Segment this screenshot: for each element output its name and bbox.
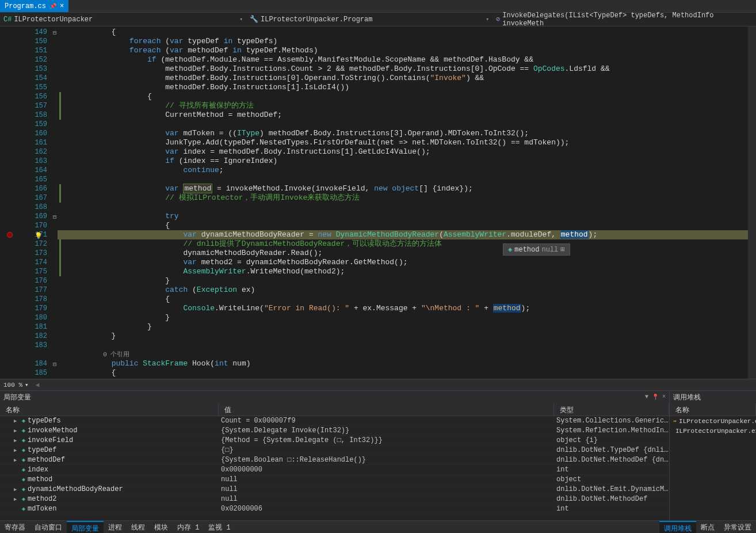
code-line[interactable]: var method2 = dynamicMethodBodyReader.Ge… bbox=[58, 258, 756, 267]
bottom-tab[interactable]: 断点 bbox=[696, 521, 719, 533]
local-variable-row[interactable]: ▶◈invokeMethod{System.Delegate Invoke(In… bbox=[0, 426, 669, 436]
code-line[interactable] bbox=[58, 341, 756, 350]
file-tab-program[interactable]: Program.cs 📌 × bbox=[0, 0, 68, 12]
code-line[interactable]: } bbox=[58, 276, 756, 285]
line-number: 155 bbox=[0, 83, 58, 92]
var-type-text: int bbox=[554, 466, 669, 474]
pin-icon[interactable]: 📌 bbox=[49, 3, 56, 10]
expand-icon[interactable]: ▶ bbox=[14, 418, 20, 424]
expand-icon[interactable]: ▶ bbox=[14, 457, 20, 463]
code-line[interactable] bbox=[58, 175, 756, 184]
code-line[interactable]: var frames = new StackTrace().GetFrames(… bbox=[58, 378, 756, 379]
code-line[interactable]: foreach (var typeDef in typeDefs) bbox=[58, 37, 756, 46]
breadcrumb-class[interactable]: 🔧 ILProtectorUnpacker.Program ▾ bbox=[246, 15, 492, 24]
code-line[interactable]: if (index == IgnoreIndex) bbox=[58, 157, 756, 166]
left-arrow-icon[interactable]: ◀ bbox=[36, 381, 40, 389]
breakpoint-icon[interactable] bbox=[7, 232, 13, 238]
col-name-header[interactable]: 名称 bbox=[670, 403, 756, 416]
var-value-text: null bbox=[219, 485, 554, 493]
bottom-tab[interactable]: 调用堆栈 bbox=[659, 521, 696, 533]
expand-icon[interactable]: ⊞ bbox=[560, 245, 564, 254]
vertical-scrollbar[interactable] bbox=[748, 26, 756, 379]
local-variable-row[interactable]: ▶◈invokeField{Method = {System.Delegate … bbox=[0, 436, 669, 446]
col-name-header[interactable]: 名称 bbox=[0, 403, 219, 416]
local-variable-row[interactable]: ▶◈typeDefsCount = 0x000007f9System.Colle… bbox=[0, 416, 669, 426]
code-line[interactable]: // 寻找所有被保护的方法 bbox=[58, 101, 756, 111]
pin-icon[interactable]: 📍 bbox=[652, 394, 659, 401]
close-icon[interactable]: × bbox=[662, 394, 666, 401]
local-variable-row[interactable]: ▶◈methodDef{System.Boolean □::ReleaseHan… bbox=[0, 455, 669, 465]
code-line[interactable]: { bbox=[58, 221, 756, 230]
code-line[interactable]: 0 个引用 bbox=[58, 350, 756, 359]
bottom-tab[interactable]: 进程 bbox=[104, 521, 127, 533]
expand-icon[interactable]: ▶ bbox=[14, 437, 20, 444]
local-variable-row[interactable]: ▶◈typeDef{□}dnlib.DotNet.TypeDef {dnlib.… bbox=[0, 446, 669, 455]
code-line[interactable]: } bbox=[58, 332, 756, 341]
code-line[interactable]: var dynamicMethodBodyReader = new Dynami… bbox=[58, 230, 756, 239]
line-number: 182 bbox=[0, 332, 58, 341]
code-editor[interactable]: 149⊟150151152153154155156157158159160161… bbox=[0, 26, 756, 379]
expand-icon[interactable]: ▶ bbox=[14, 486, 20, 493]
local-variable-row[interactable]: ◈mdToken0x02000006int bbox=[0, 504, 669, 514]
local-variable-row[interactable]: ◈methodnullobject bbox=[0, 475, 669, 485]
line-number: 170 bbox=[0, 221, 58, 230]
code-line[interactable]: methodDef.Body.Instructions[0].Operand.T… bbox=[58, 74, 756, 83]
close-icon[interactable]: × bbox=[60, 2, 64, 10]
callstack-frame[interactable]: ➡ILProtectorUnpacker.exe bbox=[670, 416, 756, 426]
bottom-tab[interactable]: 线程 bbox=[127, 521, 150, 533]
code-line[interactable]: var index = methodDef.Body.Instructions[… bbox=[58, 147, 756, 157]
breadcrumb-project[interactable]: C# ILProtectorUnpacker ▾ bbox=[0, 16, 246, 24]
callstack-frame[interactable]: ILProtectorUnpacker.exe bbox=[670, 426, 756, 436]
dropdown-icon[interactable]: ▼ bbox=[645, 394, 648, 401]
code-line[interactable]: { bbox=[58, 92, 756, 101]
code-line[interactable]: catch (Exception ex) bbox=[58, 285, 756, 295]
code-line[interactable]: if (methodDef.Module.Name == Assembly.Ma… bbox=[58, 55, 756, 64]
bottom-tab[interactable]: 自动窗口 bbox=[30, 521, 67, 533]
bottom-tab[interactable]: 异常设置 bbox=[719, 521, 756, 533]
code-line[interactable]: // 模拟ILProtector，手动调用Invoke来获取动态方法 bbox=[58, 193, 756, 203]
code-line[interactable]: foreach (var methodDef in typeDef.Method… bbox=[58, 46, 756, 55]
expand-icon[interactable]: ▶ bbox=[14, 428, 20, 434]
code-line[interactable]: { bbox=[58, 368, 756, 378]
local-variable-row[interactable]: ▶◈dynamicMethodBodyReadernulldnlib.DotNe… bbox=[0, 485, 669, 494]
code-line[interactable]: try bbox=[58, 212, 756, 221]
code-line[interactable]: var method = invokeMethod.Invoke(invokeF… bbox=[58, 184, 756, 193]
code-line[interactable]: CurrentMethod = methodDef; bbox=[58, 111, 756, 120]
bottom-tab[interactable]: 局部变量 bbox=[67, 521, 104, 533]
expand-icon[interactable]: ▶ bbox=[14, 496, 20, 502]
expand-icon[interactable]: ▶ bbox=[14, 447, 20, 454]
callstack-columns: 名称 bbox=[670, 403, 756, 416]
code-line[interactable]: { bbox=[58, 28, 756, 37]
code-line[interactable]: methodDef.Body.Instructions[1].IsLdcI4()… bbox=[58, 83, 756, 92]
var-type-text: object bbox=[554, 475, 669, 483]
code-line[interactable]: JunkType.Add(typeDef.NestedTypes.FirstOr… bbox=[58, 138, 756, 147]
code-line[interactable]: Console.WriteLine("Error in Read(): " + … bbox=[58, 304, 756, 313]
code-line[interactable]: var mdToken = ((IType) methodDef.Body.In… bbox=[58, 129, 756, 138]
local-variable-row[interactable]: ▶◈method2nulldnlib.DotNet.MethodDef bbox=[0, 494, 669, 504]
local-variable-row[interactable]: ◈index0x00000000int bbox=[0, 465, 669, 475]
code-line[interactable]: methodDef.Body.Instructions.Count > 2 &&… bbox=[58, 64, 756, 74]
code-line[interactable] bbox=[58, 120, 756, 129]
code-line[interactable]: dynamicMethodBodyReader.Read(); bbox=[58, 249, 756, 258]
code-line[interactable]: } bbox=[58, 322, 756, 332]
code-line[interactable]: continue; bbox=[58, 166, 756, 175]
bottom-tab[interactable]: 寄存器 bbox=[0, 521, 30, 533]
bottom-tab[interactable]: 内存 1 bbox=[173, 521, 204, 533]
code-line[interactable]: // dnlib提供了DynamicMethodBodyReader，可以读取动… bbox=[58, 239, 756, 249]
code-line[interactable]: public StackFrame Hook(int num) bbox=[58, 359, 756, 368]
line-number: 150 bbox=[0, 37, 58, 46]
breadcrumb-method[interactable]: ⊘ InvokeDelegates(IList<TypeDef> typeDef… bbox=[492, 12, 756, 28]
code-line[interactable] bbox=[58, 203, 756, 212]
bottom-tab[interactable]: 监视 1 bbox=[204, 521, 235, 533]
code-lines[interactable]: { foreach (var typeDef in typeDefs) fore… bbox=[58, 26, 756, 379]
col-type-header[interactable]: 类型 bbox=[554, 403, 669, 416]
bottom-tab[interactable]: 模块 bbox=[150, 521, 173, 533]
code-line[interactable]: } bbox=[58, 313, 756, 322]
chevron-down-icon[interactable]: ▾ bbox=[25, 381, 29, 389]
code-line[interactable]: { bbox=[58, 295, 756, 304]
zoom-level[interactable]: 100 % bbox=[3, 382, 22, 389]
gutter: 149⊟150151152153154155156157158159160161… bbox=[0, 26, 58, 379]
col-value-header[interactable]: 值 bbox=[219, 403, 554, 416]
code-line[interactable]: AssemblyWriter.WriteMethod(method2); bbox=[58, 267, 756, 276]
line-number: 173 bbox=[0, 249, 58, 258]
